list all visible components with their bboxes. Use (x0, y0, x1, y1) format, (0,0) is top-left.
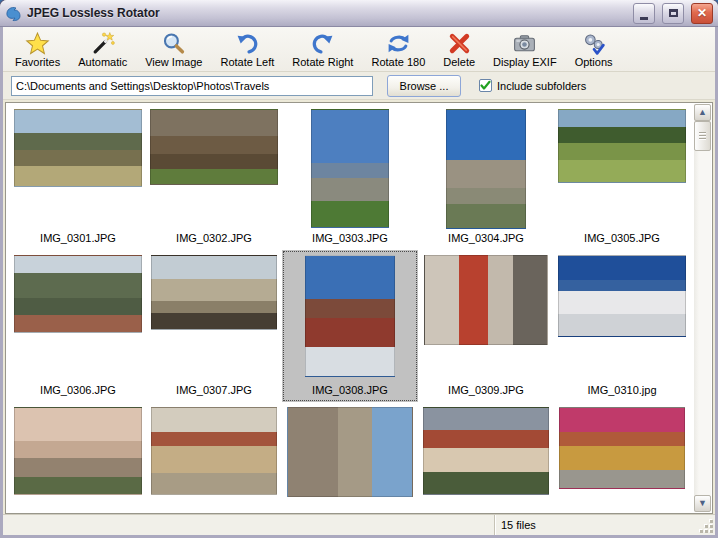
thumbnail-filename: IMG_0306.JPG (10, 384, 146, 396)
options-button[interactable]: Options (567, 29, 621, 71)
thumbnail-grid: IMG_0301.JPGIMG_0302.JPGIMG_0303.JPGIMG_… (10, 104, 693, 513)
thumbnail-image-palm-street-with-dome[interactable] (14, 255, 142, 333)
scroll-down-button[interactable]: ▼ (694, 495, 711, 512)
close-button[interactable]: ✕ (691, 3, 713, 24)
app-window: JPEG Lossless Rotator ✕ Favorites (0, 0, 718, 538)
rotate-right-arrow-icon (310, 31, 335, 56)
vertical-scrollbar[interactable]: ▲ ▼ (694, 104, 711, 512)
favorites-button[interactable]: Favorites (7, 29, 68, 71)
include-subfolders-checkbox[interactable] (479, 79, 492, 92)
thumbnail-cell[interactable]: IMG_0301.JPG (10, 104, 146, 250)
close-icon: ✕ (697, 7, 707, 19)
thumbnail-cell[interactable]: IMG_0310.jpg (554, 250, 690, 402)
thumbnail-image-church-steeple-portrait[interactable] (311, 109, 389, 228)
thumbnail-filename: IMG_0305.JPG (554, 232, 690, 244)
thumbnail-cell[interactable] (282, 402, 418, 513)
red-x-icon (447, 31, 472, 56)
rotate-right-button[interactable]: Rotate Right (284, 29, 361, 71)
scroll-down-icon: ▼ (698, 499, 707, 508)
thumbnail-filename: IMG_0302.JPG (146, 232, 282, 244)
rotate-left-button[interactable]: Rotate Left (212, 29, 282, 71)
delete-button[interactable]: Delete (435, 29, 483, 71)
maximize-button[interactable] (662, 3, 684, 24)
thumbnail-image-riverside-buildings-boats[interactable] (151, 255, 277, 330)
scroll-up-button[interactable]: ▲ (694, 104, 711, 121)
camera-icon (512, 31, 537, 56)
thumbnail-image-red-pagoda-in-snow[interactable] (305, 255, 395, 377)
content-area: IMG_0301.JPGIMG_0302.JPGIMG_0303.JPGIMG_… (3, 100, 715, 514)
status-section-empty (3, 515, 495, 535)
thumbnail-filename: IMG_0307.JPG (146, 384, 282, 396)
magnifier-icon (161, 31, 186, 56)
rotate-180-arrows-icon (386, 31, 411, 56)
automatic-button[interactable]: Automatic (70, 29, 135, 71)
app-icon (5, 5, 22, 22)
thumbnail-filename: IMG_0308.JPG (282, 384, 418, 396)
magic-wand-icon (90, 31, 115, 56)
star-icon (25, 31, 50, 56)
thumbnail-cell[interactable] (554, 402, 690, 513)
thumbnail-cell[interactable] (10, 402, 146, 513)
thumbnail-image-red-roofed-palace-garden[interactable] (423, 407, 549, 495)
display-exif-button[interactable]: Display EXIF (485, 29, 565, 71)
thumbnail-image-rotated-cathedral-sideways[interactable] (287, 407, 413, 497)
thumbnail-image-old-wooden-wagon-wheels[interactable] (150, 109, 278, 185)
thumbnail-cell[interactable]: IMG_0304.JPG (418, 104, 554, 250)
thumbnail-cell[interactable]: IMG_0302.JPG (146, 104, 282, 250)
thumbnail-panel: IMG_0301.JPGIMG_0302.JPGIMG_0303.JPGIMG_… (5, 102, 713, 514)
window-title: JPEG Lossless Rotator (27, 6, 626, 20)
thumbnail-cell[interactable] (418, 402, 554, 513)
thumbnail-image-sideways-red-lanterns-shop[interactable] (424, 255, 548, 345)
browse-button[interactable]: Browse ... (387, 75, 461, 97)
thumbnail-filename: IMG_0304.JPG (418, 232, 554, 244)
thumbnail-filename: IMG_0309.JPG (418, 384, 554, 396)
check-icon (480, 80, 491, 91)
include-subfolders-option[interactable]: Include subfolders (479, 79, 586, 92)
thumbnail-cell[interactable] (146, 402, 282, 513)
gears-check-icon (581, 31, 606, 56)
thumbnail-cell-selected[interactable]: IMG_0308.JPG (282, 250, 418, 402)
title-bar: JPEG Lossless Rotator ✕ (0, 0, 718, 27)
minimize-icon (640, 17, 648, 20)
thumbnail-cell[interactable]: IMG_0306.JPG (10, 250, 146, 402)
thumbnail-image-colorful-market-stall[interactable] (559, 407, 685, 489)
thumbnail-cell[interactable]: IMG_0303.JPG (282, 104, 418, 250)
thumbnail-image-prague-river-tower-buildings[interactable] (151, 407, 277, 495)
thumbnail-cell[interactable]: IMG_0305.JPG (554, 104, 690, 250)
view-image-button[interactable]: View Image (137, 29, 210, 71)
thumbnail-image-white-cathedral-columns[interactable] (558, 255, 686, 337)
folder-path-input[interactable] (11, 76, 373, 96)
thumbnail-image-stone-church-portrait[interactable] (446, 109, 526, 229)
thumbnail-image-grassy-field[interactable] (558, 109, 686, 183)
status-bar: 15 files (3, 514, 715, 535)
resize-grip-icon[interactable] (700, 520, 713, 533)
thumbnail-image-bare-tree-in-paddock[interactable] (14, 109, 142, 187)
thumbnail-image-hazy-city-skyline[interactable] (14, 407, 142, 495)
thumbnail-cell[interactable]: IMG_0309.JPG (418, 250, 554, 402)
include-subfolders-label: Include subfolders (497, 80, 586, 92)
thumbnail-filename: IMG_0303.JPG (282, 232, 418, 244)
minimize-button[interactable] (633, 3, 655, 24)
scrollbar-track[interactable] (694, 121, 711, 495)
scroll-up-icon: ▲ (698, 108, 707, 117)
thumbnail-filename: IMG_0301.JPG (10, 232, 146, 244)
status-file-count: 15 files (495, 515, 715, 535)
address-bar: Browse ... Include subfolders (3, 72, 715, 100)
scrollbar-thumb[interactable] (694, 121, 711, 151)
maximize-icon (669, 9, 678, 17)
thumbnail-cell[interactable]: IMG_0307.JPG (146, 250, 282, 402)
window-frame: Favorites Automatic View Image (0, 27, 718, 538)
toolbar: Favorites Automatic View Image (3, 27, 715, 72)
rotate-180-button[interactable]: Rotate 180 (363, 29, 433, 71)
rotate-left-arrow-icon (235, 31, 260, 56)
thumbnail-filename: IMG_0310.jpg (554, 384, 690, 396)
